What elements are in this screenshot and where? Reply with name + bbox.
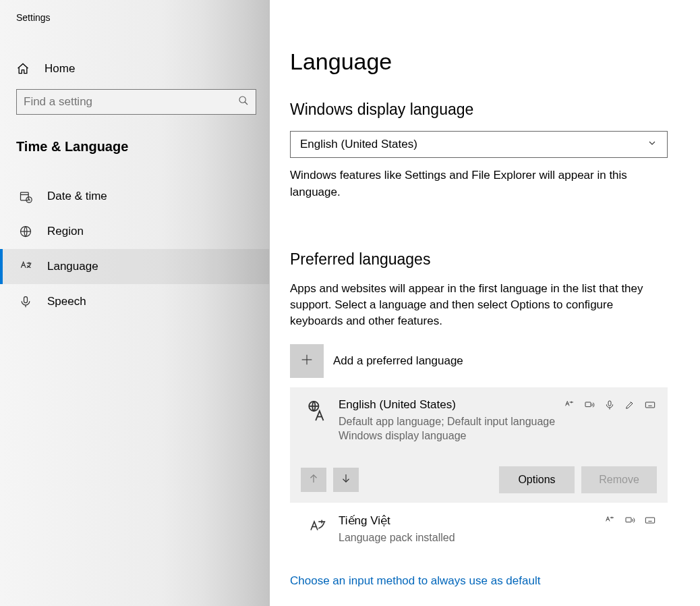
calendar-clock-icon bbox=[19, 190, 36, 203]
svg-line-6 bbox=[29, 200, 30, 200]
arrow-up-icon bbox=[308, 472, 320, 487]
sidebar-section-title: Time & Language bbox=[0, 115, 269, 163]
search-input[interactable] bbox=[24, 95, 238, 109]
svg-rect-16 bbox=[645, 402, 654, 408]
keyboard-feature-icon bbox=[643, 515, 657, 526]
language-meta: English (United States) Default app lang… bbox=[334, 398, 562, 443]
add-button[interactable] bbox=[290, 344, 324, 378]
nav-speech[interactable]: Speech bbox=[0, 284, 269, 319]
main-content: Language Windows display language Englis… bbox=[270, 0, 700, 606]
nav-list: Date & time Region Language Speech bbox=[0, 179, 269, 319]
home-icon bbox=[16, 62, 34, 76]
nav-home-label: Home bbox=[45, 62, 75, 76]
speech-feature-icon bbox=[603, 400, 616, 410]
search-icon bbox=[238, 95, 249, 109]
language-name: Tiếng Việt bbox=[339, 514, 603, 528]
language-card[interactable]: Tiếng Việt Language pack installed bbox=[290, 503, 668, 552]
language-name: English (United States) bbox=[339, 398, 562, 412]
nav-language[interactable]: Language bbox=[0, 249, 269, 284]
feature-icons bbox=[562, 398, 657, 410]
move-down-button[interactable] bbox=[333, 468, 359, 492]
display-language-description: Windows features like Settings and File … bbox=[290, 167, 668, 200]
input-method-link[interactable]: Choose an input method to always use as … bbox=[290, 574, 540, 588]
options-button[interactable]: Options bbox=[499, 466, 575, 493]
nav-item-label: Speech bbox=[47, 295, 86, 308]
settings-window: Settings Home Time & Language Date & tim… bbox=[0, 0, 700, 606]
nav-home[interactable]: Home bbox=[0, 55, 269, 82]
svg-line-1 bbox=[245, 102, 247, 105]
plus-icon bbox=[299, 352, 314, 370]
display-lang-feature-icon bbox=[603, 515, 616, 526]
display-lang-feature-icon bbox=[562, 400, 576, 410]
language-card-selected[interactable]: English (United States) Default app lang… bbox=[290, 387, 668, 503]
search-box[interactable] bbox=[16, 89, 256, 115]
add-language-row[interactable]: Add a preferred language bbox=[290, 344, 668, 378]
tts-feature-icon bbox=[623, 515, 637, 526]
nav-item-label: Region bbox=[47, 225, 84, 238]
nav-date-time[interactable]: Date & time bbox=[0, 179, 269, 214]
add-language-label: Add a preferred language bbox=[333, 354, 463, 368]
svg-rect-24 bbox=[626, 518, 631, 522]
keyboard-feature-icon bbox=[643, 400, 657, 410]
nav-item-label: Language bbox=[47, 260, 98, 273]
remove-button[interactable]: Remove bbox=[581, 466, 657, 493]
display-language-value: English (United States) bbox=[300, 138, 417, 151]
svg-rect-8 bbox=[24, 297, 28, 303]
svg-rect-14 bbox=[608, 401, 611, 406]
svg-rect-25 bbox=[645, 518, 654, 523]
display-language-heading: Windows display language bbox=[290, 101, 668, 119]
language-subtitle: Language pack installed bbox=[339, 530, 603, 545]
tts-feature-icon bbox=[583, 400, 596, 410]
arrow-down-icon bbox=[340, 472, 352, 487]
display-language-select[interactable]: English (United States) bbox=[290, 131, 668, 158]
svg-point-0 bbox=[239, 97, 245, 103]
feature-icons bbox=[603, 514, 657, 526]
preferred-languages-heading: Preferred languages bbox=[290, 250, 668, 269]
language-glyph-icon bbox=[301, 514, 334, 535]
move-up-button[interactable] bbox=[301, 468, 326, 492]
nav-item-label: Date & time bbox=[47, 190, 107, 203]
language-meta: Tiếng Việt Language pack installed bbox=[334, 514, 603, 545]
handwriting-feature-icon bbox=[623, 400, 637, 410]
svg-rect-2 bbox=[21, 192, 29, 200]
chevron-down-icon bbox=[647, 138, 658, 152]
language-icon bbox=[19, 260, 36, 273]
page-title: Language bbox=[290, 49, 668, 75]
search-wrap bbox=[0, 82, 269, 115]
nav-region[interactable]: Region bbox=[0, 214, 269, 249]
language-glyph-icon bbox=[301, 398, 334, 422]
app-title: Settings bbox=[0, 9, 269, 23]
language-card-header: English (United States) Default app lang… bbox=[301, 398, 657, 443]
globe-icon bbox=[19, 225, 36, 238]
sidebar: Settings Home Time & Language Date & tim… bbox=[0, 0, 270, 606]
preferred-languages-description: Apps and websites will appear in the fir… bbox=[290, 281, 668, 329]
language-subtitle: Default app language; Default input lang… bbox=[339, 414, 562, 443]
microphone-icon bbox=[19, 295, 36, 308]
language-card-actions: Options Remove bbox=[301, 466, 657, 493]
svg-rect-13 bbox=[585, 402, 591, 407]
